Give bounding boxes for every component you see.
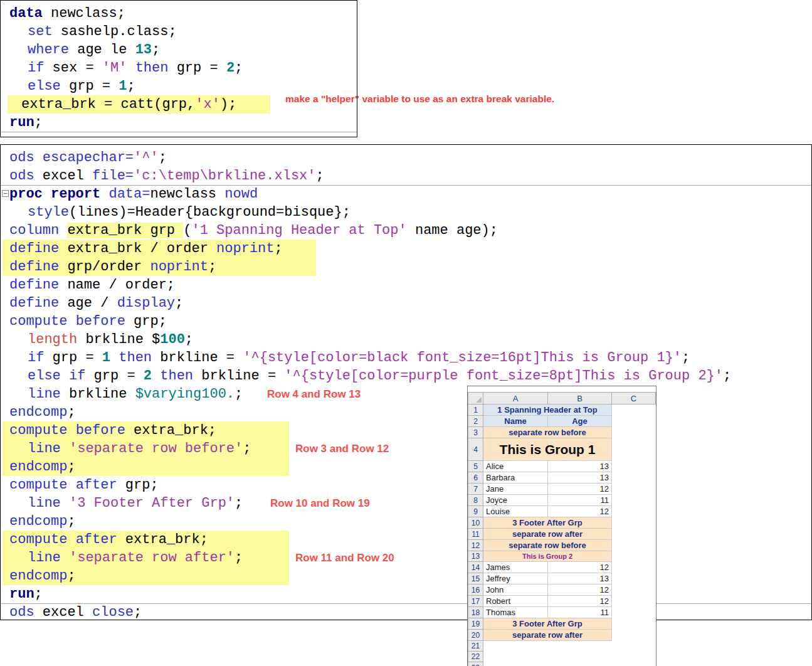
sheet-cell[interactable]: This is Group 2	[483, 551, 612, 562]
sheet-cell[interactable]: 12	[548, 484, 612, 495]
sheet-cell[interactable]: 3 Footer After Grp	[483, 517, 612, 529]
code-token: line	[28, 550, 61, 566]
sheet-cell[interactable]	[612, 573, 656, 584]
row-header-22[interactable]: 22	[468, 652, 483, 662]
sheet-cell[interactable]: separate row before	[483, 427, 612, 438]
sheet-cell[interactable]: 12	[548, 506, 612, 517]
code-token: before	[76, 314, 125, 329]
row-header-5[interactable]: 5	[468, 461, 483, 472]
row-header-2[interactable]: 2	[468, 416, 483, 427]
sheet-cell[interactable]: 13	[548, 573, 612, 584]
sheet-cell[interactable]: Robert	[483, 596, 548, 607]
sheet-cell[interactable]	[612, 562, 656, 573]
sheet-cell[interactable]	[483, 662, 612, 666]
sheet-cell[interactable]	[612, 416, 656, 427]
row-header-18[interactable]: 18	[468, 607, 483, 618]
select-all-corner[interactable]	[468, 392, 483, 404]
sheet-cell[interactable]	[612, 551, 656, 562]
row-header-16[interactable]: 16	[468, 584, 483, 596]
sheet-cell[interactable]: 12	[548, 584, 612, 596]
row-header-7[interactable]: 7	[468, 484, 483, 495]
code-text: define name / order;	[9, 277, 175, 293]
row-header-9[interactable]: 9	[468, 506, 483, 517]
row-header-20[interactable]: 20	[468, 630, 483, 641]
row-header-15[interactable]: 15	[468, 573, 483, 584]
code-token: '^'	[134, 150, 159, 166]
sheet-cell[interactable]	[612, 607, 656, 618]
row-header-21[interactable]: 21	[468, 641, 483, 652]
sheet-cell[interactable]: 11	[548, 607, 612, 618]
row-header-4[interactable]: 4	[468, 438, 483, 461]
sheet-cell[interactable]: Louise	[483, 506, 548, 517]
sheet-cell[interactable]	[612, 506, 656, 517]
row-header-11[interactable]: 11	[468, 529, 483, 540]
row-header-13[interactable]: 13	[468, 551, 483, 562]
sheet-cell[interactable]	[612, 529, 656, 540]
row-header-14[interactable]: 14	[468, 562, 483, 573]
sheet-cell[interactable]	[612, 540, 656, 551]
sheet-cell[interactable]	[612, 438, 656, 461]
collapse-toggle-icon[interactable]: −	[2, 190, 9, 197]
code-token: after	[76, 477, 117, 493]
sheet-cell[interactable]: 12	[548, 596, 612, 607]
row-header-6[interactable]: 6	[468, 472, 483, 484]
sheet-cell[interactable]	[612, 461, 656, 472]
sheet-cell[interactable]	[612, 641, 656, 652]
column-header-c[interactable]: C	[612, 392, 656, 404]
sheet-cell[interactable]	[612, 427, 656, 438]
code-token: 1	[102, 350, 110, 366]
sheet-cell[interactable]	[612, 517, 656, 529]
row-header-8[interactable]: 8	[468, 495, 483, 506]
sheet-cell[interactable]: Jeffrey	[483, 573, 548, 584]
code-token	[59, 223, 67, 238]
sheet-cell[interactable]	[612, 472, 656, 484]
sheet-cell[interactable]: separate row after	[483, 630, 612, 641]
code-line: ods excel close;	[1, 603, 811, 621]
main-code-editor[interactable]: ods escapechar='^';ods excel file='c:\te…	[0, 144, 812, 620]
sheet-cell[interactable]	[612, 662, 656, 666]
row-header-12[interactable]: 12	[468, 540, 483, 551]
sheet-cell[interactable]	[612, 596, 656, 607]
sheet-cell[interactable]	[483, 641, 612, 652]
sheet-cell[interactable]: Alice	[483, 461, 548, 472]
sheet-cell[interactable]: Jane	[483, 484, 548, 495]
row-header-3[interactable]: 3	[468, 427, 483, 438]
sheet-cell[interactable]: 13	[548, 472, 612, 484]
row-header-17[interactable]: 17	[468, 596, 483, 607]
code-token: newclass	[150, 186, 224, 202]
sheet-cell[interactable]: 3 Footer After Grp	[483, 618, 612, 630]
sheet-cell[interactable]	[612, 495, 656, 506]
sheet-cell[interactable]: Name	[483, 416, 548, 427]
code-token: brkline =	[193, 368, 284, 384]
row-header-1[interactable]: 1	[468, 404, 483, 416]
sheet-cell[interactable]: Thomas	[483, 607, 548, 618]
top-code-editor[interactable]: data newclass;set sashelp.class;where ag…	[0, 0, 357, 137]
row-header-19[interactable]: 19	[468, 618, 483, 630]
sheet-cell[interactable]	[483, 652, 612, 662]
sheet-cell[interactable]: separate row after	[483, 529, 612, 540]
sheet-cell[interactable]	[612, 584, 656, 596]
sheet-cell[interactable]	[612, 630, 656, 641]
sheet-cell[interactable]	[612, 404, 656, 416]
sheet-cell[interactable]: separate row before	[483, 540, 612, 551]
row-header-23[interactable]: 23	[468, 662, 483, 666]
code-text: compute before extra_brk;	[9, 423, 216, 438]
sheet-cell[interactable]	[612, 618, 656, 630]
sheet-cell[interactable]	[612, 484, 656, 495]
sheet-cell[interactable]: 13	[548, 461, 612, 472]
column-header-b[interactable]: B	[548, 392, 612, 404]
sheet-cell[interactable]: 1 Spanning Header at Top	[483, 404, 612, 416]
sheet-cell[interactable]: Barbara	[483, 472, 548, 484]
code-token: );	[220, 97, 236, 112]
sheet-cell[interactable]: Joyce	[483, 495, 548, 506]
code-token: extra_brk;	[125, 423, 216, 438]
sheet-cell[interactable]	[612, 652, 656, 662]
sheet-cell[interactable]: 12	[548, 562, 612, 573]
sheet-cell[interactable]: This is Group 1	[483, 438, 612, 461]
row-header-10[interactable]: 10	[468, 517, 483, 529]
sheet-cell[interactable]: John	[483, 584, 548, 596]
sheet-cell[interactable]: James	[483, 562, 548, 573]
sheet-cell[interactable]: 11	[548, 495, 612, 506]
column-header-a[interactable]: A	[483, 392, 548, 404]
sheet-cell[interactable]: Age	[548, 416, 612, 427]
